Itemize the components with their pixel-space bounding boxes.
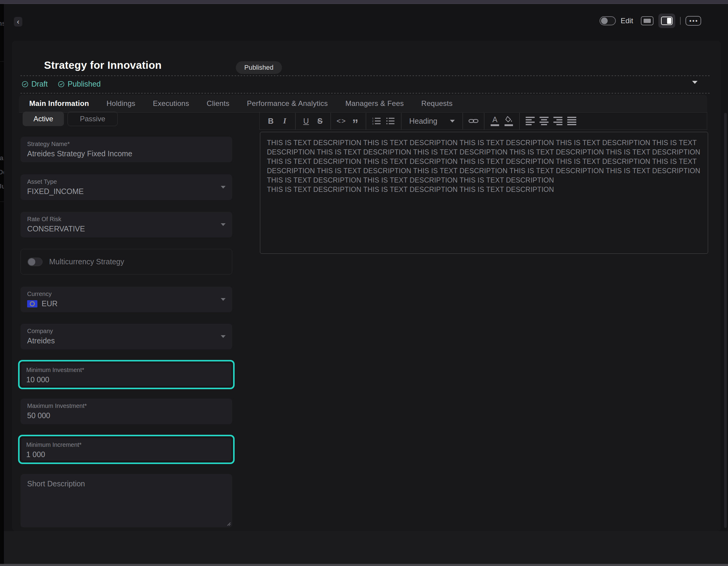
multicurrency-toggle[interactable] xyxy=(27,258,43,266)
field-value: Atreides Strategy Fixed Income xyxy=(27,149,226,158)
tab-requests[interactable]: Requests xyxy=(421,99,453,108)
bullet-list-button[interactable] xyxy=(384,114,397,128)
background-page-strip: ns la Oc Ju xyxy=(0,4,4,566)
heading-dropdown[interactable]: Heading xyxy=(405,117,459,125)
text-color-icon: A xyxy=(492,116,498,123)
align-justify-button[interactable] xyxy=(565,114,579,128)
field-value: 10 000 xyxy=(26,375,226,384)
minimum-increment-field[interactable]: Minimum Increment* 1 000 xyxy=(21,438,231,461)
chevron-down-icon xyxy=(221,223,226,226)
align-right-button[interactable] xyxy=(551,114,565,128)
toggle-knob xyxy=(28,258,35,265)
company-select[interactable]: Company Atreides xyxy=(21,324,232,350)
link-icon xyxy=(468,117,479,125)
underline-button[interactable]: U xyxy=(299,114,313,128)
status-step-label: Published xyxy=(68,80,101,88)
tab-clients[interactable]: Clients xyxy=(207,99,229,108)
field-label: Strategy Name* xyxy=(27,141,226,147)
toolbar-divider xyxy=(401,113,401,129)
tab-performance-analytics[interactable]: Performance & Analytics xyxy=(247,99,328,108)
bullet-list-icon xyxy=(386,117,395,125)
tab-executions[interactable]: Executions xyxy=(153,99,189,108)
workflow-status-row: Draft Published xyxy=(22,80,101,88)
segment-passive[interactable]: Passive xyxy=(68,112,118,126)
background-divider xyxy=(0,61,4,62)
link-button[interactable] xyxy=(467,114,480,128)
description-paragraph: THIS IS TEXT DESCRIPTION THIS IS TEXT DE… xyxy=(267,138,701,157)
collapse-section-caret-icon[interactable] xyxy=(692,81,698,84)
svg-text:1: 1 xyxy=(372,117,374,120)
align-left-icon xyxy=(526,117,535,125)
background-text-fragment: la xyxy=(0,154,3,162)
chevron-down-icon xyxy=(450,120,455,122)
toolbar-divider xyxy=(366,113,366,129)
segment-label: Passive xyxy=(80,115,105,123)
svg-text:2: 2 xyxy=(372,120,374,122)
strikethrough-button[interactable]: S xyxy=(313,114,327,128)
full-view-button[interactable] xyxy=(641,16,654,25)
currency-select[interactable]: Currency EUR xyxy=(21,287,232,312)
resize-handle-icon[interactable] xyxy=(226,521,231,526)
ellipsis-icon: ••• xyxy=(689,17,698,24)
field-label: Company xyxy=(27,328,226,335)
back-button[interactable]: ‹ xyxy=(14,17,22,27)
field-label: Minimum Increment* xyxy=(26,441,226,448)
align-left-button[interactable] xyxy=(523,114,537,128)
field-label: Asset Type xyxy=(27,178,226,185)
code-button[interactable]: <> xyxy=(334,114,348,128)
status-step-draft[interactable]: Draft xyxy=(22,80,48,88)
ordered-list-button[interactable]: 123 xyxy=(370,114,384,128)
field-value: FIXED_INCOME xyxy=(27,187,226,196)
blockquote-button[interactable]: ” xyxy=(348,114,362,128)
toolbar-divider xyxy=(463,113,463,129)
minimum-investment-field[interactable]: Minimum Investment* 10 000 xyxy=(21,363,231,386)
short-description-textarea[interactable]: Short Description xyxy=(21,474,232,527)
segment-active[interactable]: Active xyxy=(23,112,64,126)
edit-toggle[interactable] xyxy=(600,16,616,25)
field-value: Atreides xyxy=(27,337,226,345)
published-status-badge: Published xyxy=(236,61,282,74)
divider-dashed xyxy=(21,93,711,93)
tab-managers-fees[interactable]: Managers & Fees xyxy=(345,99,404,108)
text-color-button[interactable]: A xyxy=(488,114,502,128)
field-value: EUR xyxy=(42,299,58,308)
strategy-name-field[interactable]: Strategy Name* Atreides Strategy Fixed I… xyxy=(21,137,232,162)
align-right-icon xyxy=(553,117,562,125)
status-step-published[interactable]: Published xyxy=(58,80,101,88)
description-paragraph: THIS IS TEXT DESCRIPTION THIS IS TEXT DE… xyxy=(267,185,701,194)
panel-footer xyxy=(4,531,728,564)
bold-button[interactable]: B xyxy=(264,114,278,128)
chevron-down-icon xyxy=(221,186,226,188)
fill-bucket-icon xyxy=(505,116,513,123)
tab-holdings[interactable]: Holdings xyxy=(106,99,135,108)
editor-toolbar: B I U S <> ” 123 Heading A xyxy=(259,112,707,130)
chevron-down-icon xyxy=(221,298,226,301)
more-options-button[interactable]: ••• xyxy=(685,16,701,26)
chevron-down-icon xyxy=(221,335,226,338)
highlight-color-button[interactable] xyxy=(502,114,516,128)
back-chevron-icon: ‹ xyxy=(17,17,19,26)
minimum-increment-highlight: Minimum Increment* 1 000 xyxy=(18,435,235,464)
maximum-investment-field[interactable]: Maximum Investment* 50 000 xyxy=(21,399,232,424)
divider-dashed xyxy=(21,75,711,76)
align-center-button[interactable] xyxy=(537,114,551,128)
field-label: Maximum Investment* xyxy=(27,403,226,410)
multicurrency-field: Multicurrency Strategy xyxy=(21,249,232,274)
header-controls: Edit ••• xyxy=(600,13,701,28)
vertical-scrollbar[interactable] xyxy=(724,113,727,528)
description-editor[interactable]: THIS IS TEXT DESCRIPTION THIS IS TEXT DE… xyxy=(260,132,708,254)
check-circle-icon xyxy=(22,81,28,87)
split-view-button[interactable] xyxy=(658,14,675,28)
heading-dropdown-label: Heading xyxy=(409,117,437,125)
asset-type-select[interactable]: Asset Type FIXED_INCOME xyxy=(21,174,232,200)
segment-label: Active xyxy=(33,115,53,123)
toolbar-divider xyxy=(295,113,296,129)
status-step-label: Draft xyxy=(31,80,48,88)
header-divider xyxy=(680,17,681,25)
italic-button[interactable]: I xyxy=(278,114,292,128)
field-value: CONSERVATIVE xyxy=(27,224,226,233)
tab-main-information[interactable]: Main Information xyxy=(29,99,89,108)
page-title: Strategy for Innovation xyxy=(44,59,162,71)
rate-of-risk-select[interactable]: Rate Of Risk CONSERVATIVE xyxy=(21,212,232,237)
field-label: Rate Of Risk xyxy=(27,216,226,223)
